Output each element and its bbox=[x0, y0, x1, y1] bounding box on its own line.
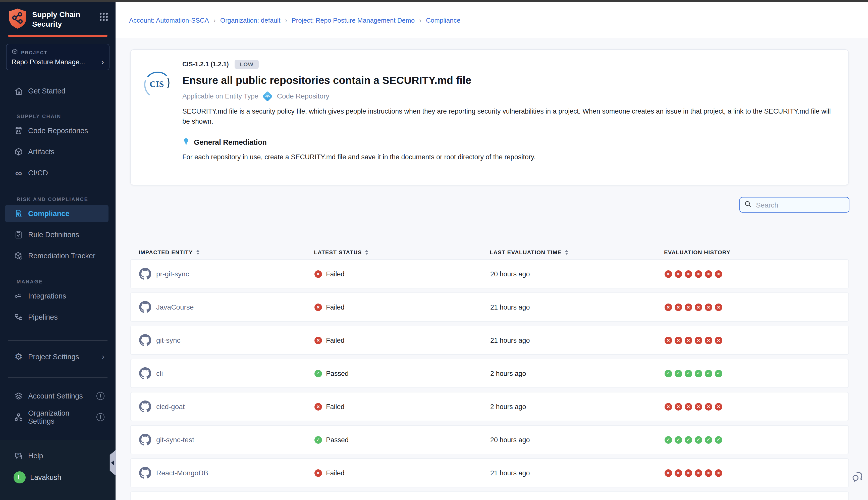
breadcrumb-compliance-link[interactable]: Compliance bbox=[426, 16, 460, 24]
sidebar-item-label: Pipelines bbox=[28, 313, 58, 321]
table-row[interactable]: React-MongoDB ×Failed 21 hours ago ×××××… bbox=[130, 458, 849, 487]
history-fail-icon: × bbox=[675, 303, 682, 311]
sort-icon[interactable] bbox=[365, 250, 368, 255]
entity-link[interactable]: React-MongoDB bbox=[156, 469, 208, 477]
info-icon[interactable]: i bbox=[96, 392, 104, 400]
github-icon bbox=[139, 467, 151, 479]
sidebar-item-project-settings[interactable]: ⚙ Project Settings › bbox=[5, 348, 108, 365]
sidebar-section-supply-chain: SUPPLY CHAIN bbox=[16, 114, 116, 119]
layers-gear-icon bbox=[14, 391, 24, 401]
code-repository-icon bbox=[14, 126, 24, 136]
user-menu[interactable]: L Lavakush bbox=[14, 470, 108, 485]
github-icon bbox=[139, 400, 151, 412]
sort-icon[interactable] bbox=[196, 250, 199, 255]
chevron-right-icon: › bbox=[98, 59, 104, 65]
breadcrumb-project-link[interactable]: Project: Repo Posture Management Demo bbox=[292, 16, 415, 24]
last-evaluation-time: 21 hours ago bbox=[490, 469, 664, 477]
status-label: Passed bbox=[326, 370, 349, 377]
entity-type-value[interactable]: Code Repository bbox=[277, 92, 329, 100]
column-header-latest-status[interactable]: LATEST STATUS bbox=[314, 249, 490, 255]
module-switcher-icon[interactable] bbox=[99, 8, 108, 24]
breadcrumb-organization-link[interactable]: Organization: default bbox=[220, 16, 280, 24]
sidebar-item-artifacts[interactable]: Artifacts bbox=[5, 143, 108, 160]
search-icon bbox=[744, 200, 751, 209]
entity-link[interactable]: pr-git-sync bbox=[156, 270, 189, 278]
breadcrumb-account-link[interactable]: Account: Automation-SSCA bbox=[129, 16, 209, 24]
history-fail-icon: × bbox=[715, 270, 722, 277]
status-label: Failed bbox=[326, 403, 345, 410]
sidebar-section-manage: MANAGE bbox=[16, 279, 116, 284]
brand-accent-divider bbox=[8, 35, 107, 37]
table-row[interactable]: git-sync ×Failed 21 hours ago ×××××× bbox=[130, 326, 849, 355]
search-input[interactable] bbox=[755, 200, 844, 209]
support-chat-icon[interactable] bbox=[852, 470, 864, 485]
history-fail-icon: × bbox=[685, 403, 692, 410]
sidebar-item-remediation-tracker[interactable]: Remediation Tracker bbox=[5, 247, 108, 264]
sidebar-item-integrations[interactable]: Integrations bbox=[5, 287, 108, 305]
sidebar-item-rule-definitions[interactable]: Rule Definitions bbox=[5, 226, 108, 243]
evaluation-history: ×××××× bbox=[664, 303, 848, 311]
history-fail-icon: × bbox=[715, 403, 722, 410]
rule-detail-card: CIS CIS-1.2.1 (1.2.1) LOW Ensure all pub… bbox=[130, 49, 849, 185]
sidebar-item-label: Remediation Tracker bbox=[28, 252, 95, 260]
table-row[interactable]: git-sync-test ✓Passed 20 hours ago ✓✓✓✓✓… bbox=[130, 425, 849, 454]
clipboard-check-icon bbox=[14, 230, 24, 240]
app-title: Supply Chain Security bbox=[32, 8, 94, 29]
column-header-impacted-entity[interactable]: IMPACTED ENTITY bbox=[139, 249, 314, 255]
remediation-box-icon bbox=[14, 251, 24, 261]
project-selector[interactable]: PROJECT Repo Posture Manage... › bbox=[6, 44, 109, 70]
entity-link[interactable]: cli bbox=[156, 370, 163, 377]
history-pass-icon: ✓ bbox=[705, 436, 712, 443]
table-header-row: IMPACTED ENTITY LATEST STATUS LAST EVALU… bbox=[130, 247, 849, 257]
sidebar-item-pipelines[interactable]: Pipelines bbox=[5, 308, 108, 326]
status-icon: × bbox=[314, 303, 322, 311]
table-row[interactable]: pr-git-sync ×Failed 20 hours ago ×××××× bbox=[130, 259, 849, 288]
search-box[interactable] bbox=[739, 197, 849, 213]
history-fail-icon: × bbox=[705, 303, 712, 311]
sidebar-item-cicd[interactable]: ∞ CI/CD bbox=[5, 164, 108, 181]
github-icon bbox=[139, 434, 151, 446]
history-fail-icon: × bbox=[705, 337, 712, 344]
status-label: Passed bbox=[326, 436, 349, 443]
history-fail-icon: × bbox=[695, 270, 702, 277]
sidebar-item-account-settings[interactable]: Account Settings i bbox=[5, 387, 108, 405]
evaluation-history: ×××××× bbox=[664, 469, 848, 477]
sidebar-item-organization-settings[interactable]: Organization Settings i bbox=[5, 409, 108, 425]
table-row-partial[interactable]: ✓ ✓✓✓✓✓✓ bbox=[130, 491, 849, 500]
applicable-label: Applicable on Entity Type bbox=[182, 92, 258, 100]
sidebar-item-compliance[interactable]: Compliance bbox=[5, 205, 108, 222]
supply-chain-security-logo bbox=[8, 8, 27, 29]
sidebar-item-code-repositories[interactable]: Code Repositories bbox=[5, 122, 108, 139]
status-icon: ✓ bbox=[314, 370, 322, 377]
user-avatar: L bbox=[14, 471, 26, 484]
status-label: Failed bbox=[326, 303, 345, 311]
info-icon[interactable]: i bbox=[96, 413, 104, 421]
entity-link[interactable]: git-sync-test bbox=[156, 436, 194, 444]
sort-icon[interactable] bbox=[565, 250, 568, 255]
history-fail-icon: × bbox=[664, 403, 672, 410]
github-icon bbox=[139, 334, 151, 346]
entity-link[interactable]: cicd-goat bbox=[156, 402, 185, 411]
history-fail-icon: × bbox=[705, 469, 712, 477]
history-pass-icon: ✓ bbox=[664, 436, 672, 443]
impacted-entities-table: IMPACTED ENTITY LATEST STATUS LAST EVALU… bbox=[130, 247, 849, 500]
table-row[interactable]: cli ✓Passed 2 hours ago ✓✓✓✓✓✓ bbox=[130, 359, 849, 388]
status-label: Failed bbox=[326, 469, 345, 477]
history-fail-icon: × bbox=[685, 469, 692, 477]
status-icon: × bbox=[314, 270, 322, 277]
evaluation-history: ✓✓✓✓✓✓ bbox=[664, 370, 848, 377]
sidebar-item-help[interactable]: ? Help bbox=[5, 447, 108, 464]
column-header-last-evaluation-time[interactable]: LAST EVALUATION TIME bbox=[490, 249, 664, 255]
history-pass-icon: ✓ bbox=[675, 436, 682, 443]
breadcrumb: Account: Automation-SSCA › Organization:… bbox=[116, 2, 868, 38]
sidebar-item-get-started[interactable]: Get Started bbox=[5, 82, 108, 100]
sidebar-item-label: Integrations bbox=[28, 292, 66, 300]
entity-link[interactable]: JavaCourse bbox=[156, 303, 194, 311]
table-row[interactable]: cicd-goat ×Failed 2 hours ago ×××××× bbox=[130, 392, 849, 421]
entity-link[interactable]: git-sync bbox=[156, 336, 180, 344]
table-row[interactable]: JavaCourse ×Failed 21 hours ago ×××××× bbox=[130, 293, 849, 322]
sidebar-item-label: Project Settings bbox=[28, 353, 79, 361]
cube-icon bbox=[14, 147, 24, 157]
sidebar-footer: ? Help L Lavakush bbox=[0, 440, 116, 500]
sidebar-item-label: Rule Definitions bbox=[28, 231, 79, 239]
